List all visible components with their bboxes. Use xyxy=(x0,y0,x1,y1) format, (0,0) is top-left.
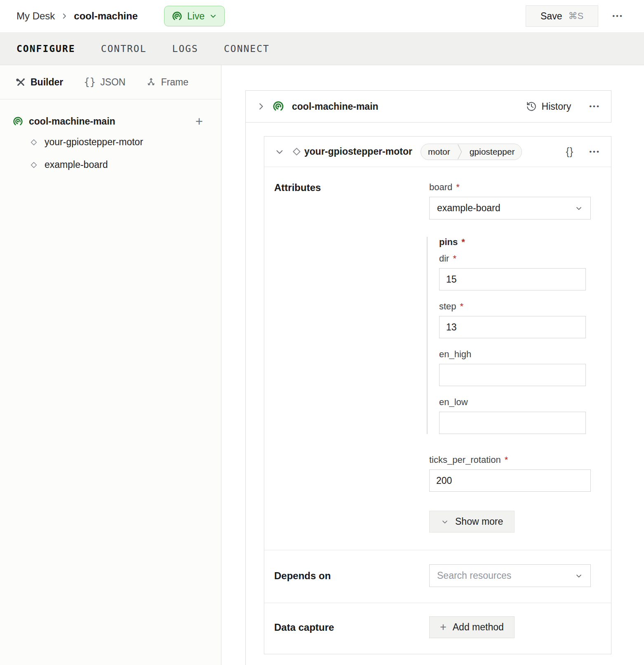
pin-field-en-high: en_high xyxy=(439,349,591,386)
add-method-button[interactable]: + Add method xyxy=(429,616,515,638)
board-label: board xyxy=(429,182,452,193)
breadcrumb-parent-link[interactable]: My Desk xyxy=(16,10,55,22)
tree-connector-line xyxy=(245,123,246,665)
attributes-heading: Attributes xyxy=(274,182,429,533)
attributes-section: Attributes board * example-board xyxy=(264,167,611,550)
viam-part-icon xyxy=(272,100,284,113)
part-card-title: cool-machine-main xyxy=(292,101,378,112)
step-input[interactable] xyxy=(439,316,586,338)
machine-more-menu-icon[interactable]: ••• xyxy=(612,12,623,20)
view-tab-json-label: JSON xyxy=(100,77,125,88)
dir-input[interactable] xyxy=(439,268,586,290)
tree-item-example-board[interactable]: example-board xyxy=(12,153,203,176)
board-field: board * example-board xyxy=(429,182,591,219)
component-type-pill: motor gpiostepper xyxy=(421,144,522,160)
machine-part-card: cool-machine-main History ••• xyxy=(245,90,611,123)
braces-icon: {} xyxy=(84,76,96,88)
topbar: My Desk cool-machine Live Save ⌘S ••• xyxy=(0,0,644,32)
diamond-icon xyxy=(291,146,302,157)
diamond-icon xyxy=(30,138,38,146)
component-more-menu-icon[interactable]: ••• xyxy=(589,148,600,156)
pill-divider-icon xyxy=(457,144,463,160)
required-mark: * xyxy=(460,301,464,312)
ticks-per-rotation-label: ticks_per_rotation xyxy=(429,455,501,465)
required-mark: * xyxy=(461,237,465,248)
required-mark: * xyxy=(505,455,508,465)
breadcrumb-current: cool-machine xyxy=(74,10,138,22)
config-main-panel: cool-machine-main History ••• your-gpios… xyxy=(221,65,644,665)
show-more-label: Show more xyxy=(455,516,503,527)
component-card-title: your-gpiostepper-motor xyxy=(304,146,412,157)
tab-connect[interactable]: CONNECT xyxy=(224,43,270,54)
view-tab-json[interactable]: {} JSON xyxy=(84,76,125,88)
save-shortcut-hint: ⌘S xyxy=(568,11,583,21)
en-high-label: en_high xyxy=(439,349,471,360)
depends-on-heading: Depends on xyxy=(274,570,429,582)
breadcrumb: My Desk cool-machine xyxy=(16,10,138,22)
history-button[interactable]: History xyxy=(526,101,571,112)
depends-on-placeholder: Search resources xyxy=(437,570,511,581)
part-more-menu-icon[interactable]: ••• xyxy=(589,102,600,111)
config-view-tabs: Builder {} JSON Frame xyxy=(0,65,221,99)
live-status-dropdown[interactable]: Live xyxy=(164,6,225,26)
depends-on-section: Depends on Search resources xyxy=(264,550,611,603)
dir-label: dir xyxy=(439,253,449,264)
en-high-input[interactable] xyxy=(439,364,586,386)
tools-icon xyxy=(16,77,26,87)
tab-control[interactable]: CONTROL xyxy=(101,43,147,54)
history-label: History xyxy=(542,101,571,112)
breadcrumb-separator-icon xyxy=(61,12,68,20)
chevron-down-icon xyxy=(209,12,217,20)
history-icon xyxy=(526,101,537,112)
add-method-label: Add method xyxy=(453,622,504,633)
tree-item-gpiostepper-motor[interactable]: your-gpiostepper-motor xyxy=(12,131,203,153)
chevron-down-icon xyxy=(441,518,449,526)
en-low-input[interactable] xyxy=(439,412,586,434)
view-tab-builder-label: Builder xyxy=(31,77,63,88)
board-select[interactable]: example-board xyxy=(429,197,591,219)
tab-logs[interactable]: LOGS xyxy=(172,43,198,54)
component-card-header: your-gpiostepper-motor motor gpiostepper… xyxy=(264,137,611,167)
edit-json-icon[interactable]: {} xyxy=(566,146,573,158)
required-mark: * xyxy=(456,182,460,193)
view-tab-frame-label: Frame xyxy=(161,77,188,88)
save-label: Save xyxy=(541,11,562,22)
board-select-value: example-board xyxy=(437,203,500,214)
viam-part-icon xyxy=(12,116,24,127)
machine-tabbar: CONFIGURE CONTROL LOGS CONNECT xyxy=(0,32,644,65)
step-label: step xyxy=(439,301,456,312)
tree-item-gpiostepper-motor-label: your-gpiostepper-motor xyxy=(45,137,143,148)
chevron-down-icon xyxy=(575,572,583,580)
tree-item-machine-part[interactable]: cool-machine-main + xyxy=(12,112,203,131)
diamond-icon xyxy=(30,161,38,169)
en-low-label: en_low xyxy=(439,397,468,408)
viam-logo-icon xyxy=(172,11,183,22)
data-capture-heading: Data capture xyxy=(274,622,429,633)
chevron-down-icon xyxy=(575,204,583,212)
data-capture-section: Data capture + Add method xyxy=(264,603,611,654)
view-tab-builder[interactable]: Builder xyxy=(16,77,63,88)
view-tab-frame[interactable]: Frame xyxy=(146,77,188,88)
pin-field-dir: dir * xyxy=(439,253,591,290)
collapse-component-chevron-icon[interactable] xyxy=(275,147,284,156)
pin-field-en-low: en_low xyxy=(439,397,591,434)
required-mark: * xyxy=(453,253,456,264)
ticks-per-rotation-input[interactable] xyxy=(429,469,591,492)
resource-tree: cool-machine-main + your-gpiostepper-mot… xyxy=(0,99,221,176)
show-more-button[interactable]: Show more xyxy=(429,511,515,533)
depends-on-select[interactable]: Search resources xyxy=(429,564,591,587)
component-model: gpiostepper xyxy=(463,147,522,157)
component-type: motor xyxy=(421,147,457,157)
attributes-form: board * example-board pins * xyxy=(429,182,591,533)
save-button[interactable]: Save ⌘S xyxy=(526,5,598,27)
expand-part-chevron-icon[interactable] xyxy=(256,102,266,111)
add-component-button[interactable]: + xyxy=(195,115,203,128)
ticks-per-rotation-field: ticks_per_rotation * xyxy=(429,455,591,492)
pin-field-step: step * xyxy=(439,301,591,338)
tree-item-machine-part-label: cool-machine-main xyxy=(29,116,115,127)
pins-label: pins xyxy=(439,237,458,248)
live-label: Live xyxy=(187,11,204,22)
topbar-actions: Save ⌘S ••• xyxy=(526,5,623,27)
tab-configure[interactable]: CONFIGURE xyxy=(16,43,75,54)
component-card-gpiostepper: your-gpiostepper-motor motor gpiostepper… xyxy=(264,136,611,654)
